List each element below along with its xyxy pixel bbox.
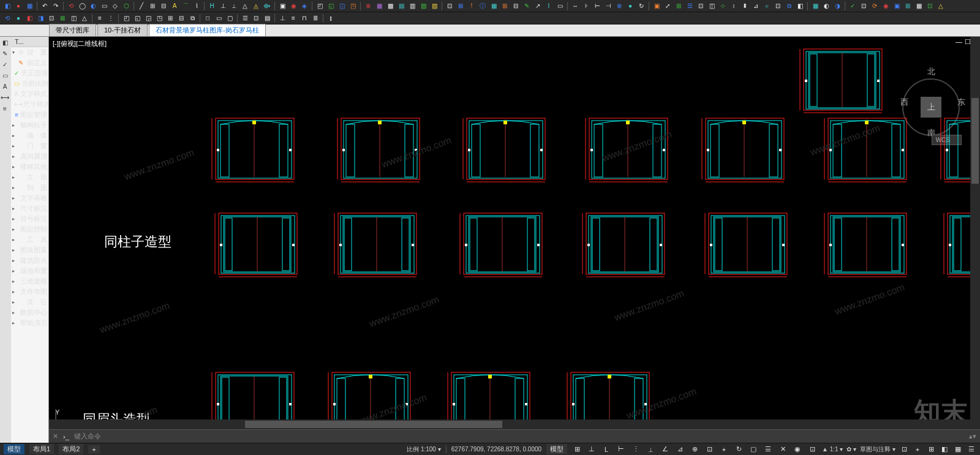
- toolbar-btn[interactable]: ▤: [396, 1, 406, 11]
- toolbar-btn[interactable]: ⊕: [614, 1, 624, 11]
- cad-block[interactable]: [582, 113, 674, 185]
- side-item[interactable]: ▸剖 面: [11, 182, 48, 193]
- status-toggle[interactable]: ∠: [660, 445, 670, 453]
- status-icon[interactable]: ▦: [953, 445, 963, 453]
- toolbar-btn[interactable]: ◐: [821, 1, 831, 11]
- toolbar-btn[interactable]: ▭: [555, 1, 565, 11]
- cad-block[interactable]: [821, 208, 913, 280]
- toolbar-btn[interactable]: ⊡: [925, 1, 935, 11]
- status-toggle[interactable]: ⊡: [807, 445, 817, 453]
- side-item[interactable]: ▸尺寸标注: [11, 203, 48, 214]
- toolbar-btn[interactable]: ⌒: [181, 1, 190, 11]
- toolbar-btn[interactable]: ▦: [24, 1, 34, 11]
- side-item[interactable]: ▸图块图案: [11, 245, 48, 255]
- toolbar-btn[interactable]: ▭: [214, 13, 224, 23]
- toolbar-btn[interactable]: ⊠: [456, 1, 466, 11]
- toolbar-btn[interactable]: ◫: [69, 13, 78, 23]
- layout-tab[interactable]: 模型: [4, 444, 24, 454]
- toolbar-btn[interactable]: ▥: [407, 1, 417, 11]
- toolbar-btn[interactable]: ⊞: [674, 1, 684, 11]
- toolbar-btn[interactable]: ◯: [77, 1, 87, 11]
- toolbar-btn[interactable]: ⋮: [106, 13, 116, 23]
- side-strip-btn[interactable]: ◧: [0, 39, 10, 49]
- toolbar-btn[interactable]: ⊣: [603, 1, 613, 11]
- toolbar-btn[interactable]: ⊞: [148, 1, 157, 11]
- toolbar-btn[interactable]: ◧: [24, 13, 34, 23]
- side-item[interactable]: ▸工 具: [11, 235, 48, 245]
- layout-tab[interactable]: 布局2: [59, 444, 83, 454]
- side-strip-btn[interactable]: ⟷: [0, 94, 10, 104]
- toolbar-btn[interactable]: △: [240, 1, 250, 11]
- toolbar-btn[interactable]: ⊞: [165, 13, 175, 23]
- viewcube-west[interactable]: 西: [900, 97, 908, 108]
- toolbar-btn[interactable]: ⟴: [262, 1, 272, 11]
- status-toggle[interactable]: ⊕: [690, 445, 699, 453]
- toolbar-btn[interactable]: I: [544, 1, 554, 11]
- toolbar-btn[interactable]: ●: [625, 1, 635, 11]
- toolbar-btn[interactable]: ◇: [110, 1, 120, 11]
- toolbar-btn[interactable]: ⫿: [326, 13, 336, 23]
- scrollbar-horizontal[interactable]: [49, 419, 970, 429]
- side-item[interactable]: ▸门 窗: [11, 141, 48, 151]
- document-tab[interactable]: 10-干挂石材: [97, 24, 148, 36]
- toolbar-btn[interactable]: ▨: [429, 1, 439, 11]
- toolbar-btn[interactable]: □: [203, 13, 213, 23]
- layout-tab[interactable]: +: [88, 445, 99, 454]
- toolbar-btn[interactable]: ▧: [418, 1, 428, 11]
- toolbar-btn[interactable]: ⊟: [511, 1, 521, 11]
- toolbar-btn[interactable]: A: [170, 1, 179, 11]
- toolbar-btn[interactable]: ⊿: [751, 1, 761, 11]
- toolbar-btn[interactable]: ◳: [154, 13, 164, 23]
- toolbar-btn[interactable]: ▭: [99, 1, 109, 11]
- toolbar-btn[interactable]: ⬍: [740, 1, 750, 11]
- toolbar-btn[interactable]: ▦: [914, 1, 924, 11]
- status-toggle[interactable]: ⊿: [675, 445, 685, 453]
- toolbar-btn[interactable]: ⟲: [2, 13, 12, 23]
- side-item[interactable]: ▸其 它: [11, 297, 48, 307]
- toolbar-btn[interactable]: ▢: [225, 13, 235, 23]
- layout-tab[interactable]: 布局1: [29, 444, 54, 454]
- cad-block[interactable]: [331, 208, 423, 280]
- status-toggle[interactable]: ⋮: [631, 445, 641, 453]
- toolbar-btn[interactable]: ⊞: [500, 1, 510, 11]
- toolbar-btn[interactable]: ⟂: [229, 1, 239, 11]
- status-toggle[interactable]: ☰: [763, 445, 773, 453]
- side-item[interactable]: ▸立 面: [11, 172, 48, 182]
- status-toggle[interactable]: L: [601, 446, 611, 453]
- toolbar-btn[interactable]: ◳: [348, 1, 358, 11]
- toolbar-btn[interactable]: ◑: [832, 1, 842, 11]
- cmd-history-icon[interactable]: ▴▾: [969, 432, 976, 440]
- toolbar-btn[interactable]: ↕: [729, 1, 739, 11]
- toolbar-btn[interactable]: ◬: [251, 1, 261, 11]
- toolbar-btn[interactable]: ⊢: [592, 1, 602, 11]
- toolbar-btn[interactable]: ⧉: [187, 13, 197, 23]
- toolbar-btn[interactable]: ↔: [570, 1, 580, 11]
- side-item[interactable]: ▸符号标注: [11, 214, 48, 224]
- toolbar-btn[interactable]: ◨: [36, 13, 45, 23]
- toolbar-btn[interactable]: ⊡: [773, 1, 783, 11]
- cad-block[interactable]: [701, 208, 793, 280]
- side-panel-header[interactable]: T...: [11, 37, 48, 47]
- toolbar-btn[interactable]: ≡: [95, 13, 105, 23]
- toolbar-btn[interactable]: ◲: [337, 1, 347, 11]
- toolbar-btn[interactable]: ⬡: [121, 1, 131, 11]
- toolbar-btn[interactable]: ◰: [315, 1, 325, 11]
- command-line[interactable]: ✕ ›_ 键入命令 ▴▾: [49, 429, 980, 443]
- toolbar-btn[interactable]: ⊥: [277, 13, 287, 23]
- status-toggle[interactable]: ⊡: [704, 445, 714, 453]
- side-item[interactable]: ▭当前比例: [11, 78, 48, 89]
- status-toggle[interactable]: ⟂: [646, 446, 655, 453]
- viewcube-north[interactable]: 北: [927, 66, 935, 77]
- toolbar-btn[interactable]: ⟳: [870, 1, 880, 11]
- side-item[interactable]: ▸文字表格: [11, 193, 48, 203]
- side-item[interactable]: ≡图层管理: [11, 110, 48, 120]
- toolbar-btn[interactable]: ▦: [374, 1, 384, 11]
- status-toggle[interactable]: +: [719, 446, 729, 453]
- toolbar-btn[interactable]: ≣: [311, 13, 320, 23]
- toolbar-btn[interactable]: △: [936, 1, 946, 11]
- status-toggle[interactable]: ⊥: [587, 445, 597, 453]
- toolbar-btn[interactable]: ◉: [881, 1, 891, 11]
- toolbar-btn[interactable]: ◧: [795, 1, 805, 11]
- toolbar-btn[interactable]: ⊡: [445, 1, 454, 11]
- toolbar-btn[interactable]: ⊦: [581, 1, 591, 11]
